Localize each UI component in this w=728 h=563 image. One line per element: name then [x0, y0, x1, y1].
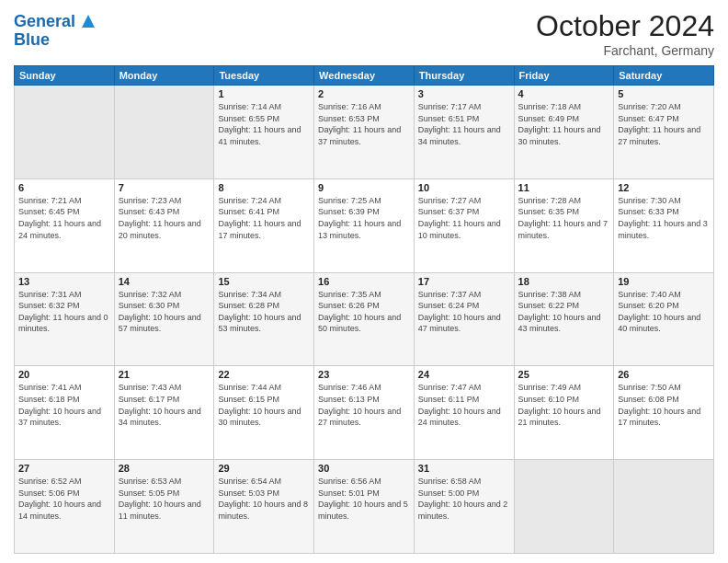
- header: General Blue October 2024 Farchant, Germ…: [14, 9, 714, 58]
- day-info: Sunrise: 7:30 AM Sunset: 6:33 PM Dayligh…: [618, 195, 710, 241]
- day-info: Sunrise: 7:31 AM Sunset: 6:32 PM Dayligh…: [18, 289, 110, 335]
- day-number: 12: [618, 182, 710, 193]
- logo-text: General: [14, 13, 75, 31]
- svg-marker-0: [82, 15, 95, 28]
- day-number: 30: [318, 463, 410, 474]
- calendar-cell: 16Sunrise: 7:35 AM Sunset: 6:26 PM Dayli…: [314, 272, 415, 366]
- weekday-header-thursday: Thursday: [414, 66, 514, 86]
- day-info: Sunrise: 6:58 AM Sunset: 5:00 PM Dayligh…: [418, 476, 510, 522]
- day-number: 27: [18, 463, 110, 474]
- day-info: Sunrise: 7:24 AM Sunset: 6:41 PM Dayligh…: [218, 195, 310, 241]
- calendar-cell: 23Sunrise: 7:46 AM Sunset: 6:13 PM Dayli…: [314, 366, 415, 460]
- day-number: 9: [318, 182, 410, 193]
- day-number: 14: [119, 276, 210, 287]
- week-row-1: 1Sunrise: 7:14 AM Sunset: 6:55 PM Daylig…: [15, 86, 714, 179]
- weekday-header-friday: Friday: [514, 66, 614, 86]
- day-info: Sunrise: 6:56 AM Sunset: 5:01 PM Dayligh…: [318, 476, 410, 522]
- calendar-cell: 15Sunrise: 7:34 AM Sunset: 6:28 PM Dayli…: [214, 272, 314, 366]
- day-info: Sunrise: 6:54 AM Sunset: 5:03 PM Dayligh…: [218, 476, 310, 522]
- calendar-cell: 17Sunrise: 7:37 AM Sunset: 6:24 PM Dayli…: [414, 272, 514, 366]
- day-number: 31: [418, 463, 510, 474]
- calendar-cell: 8Sunrise: 7:24 AM Sunset: 6:41 PM Daylig…: [214, 178, 314, 272]
- day-number: 11: [518, 182, 610, 193]
- calendar-cell: 12Sunrise: 7:30 AM Sunset: 6:33 PM Dayli…: [614, 178, 714, 272]
- day-info: Sunrise: 7:43 AM Sunset: 6:17 PM Dayligh…: [119, 382, 210, 428]
- weekday-header-sunday: Sunday: [15, 66, 115, 86]
- day-number: 8: [218, 182, 310, 193]
- week-row-5: 27Sunrise: 6:52 AM Sunset: 5:06 PM Dayli…: [15, 460, 714, 554]
- calendar-cell: 30Sunrise: 6:56 AM Sunset: 5:01 PM Dayli…: [314, 460, 415, 554]
- calendar-cell: 5Sunrise: 7:20 AM Sunset: 6:47 PM Daylig…: [614, 86, 714, 179]
- day-info: Sunrise: 7:18 AM Sunset: 6:49 PM Dayligh…: [518, 101, 610, 147]
- location: Farchant, Germany: [536, 43, 714, 58]
- day-number: 25: [518, 369, 610, 380]
- day-number: 7: [119, 182, 210, 193]
- calendar-cell: 25Sunrise: 7:49 AM Sunset: 6:10 PM Dayli…: [514, 366, 614, 460]
- day-number: 29: [218, 463, 310, 474]
- day-number: 17: [418, 276, 510, 287]
- day-number: 22: [218, 369, 310, 380]
- day-number: 18: [518, 276, 610, 287]
- weekday-header-tuesday: Tuesday: [214, 66, 314, 86]
- day-info: Sunrise: 7:38 AM Sunset: 6:22 PM Dayligh…: [518, 289, 610, 335]
- logo: General Blue: [14, 9, 98, 50]
- calendar-cell: 18Sunrise: 7:38 AM Sunset: 6:22 PM Dayli…: [514, 272, 614, 366]
- day-number: 1: [218, 88, 310, 99]
- calendar-cell: 11Sunrise: 7:28 AM Sunset: 6:35 PM Dayli…: [514, 178, 614, 272]
- calendar-cell: 1Sunrise: 7:14 AM Sunset: 6:55 PM Daylig…: [214, 86, 314, 179]
- day-number: 6: [18, 182, 110, 193]
- calendar-cell: 4Sunrise: 7:18 AM Sunset: 6:49 PM Daylig…: [514, 86, 614, 179]
- calendar-cell: [15, 86, 115, 179]
- day-number: 21: [119, 369, 210, 380]
- calendar-cell: 3Sunrise: 7:17 AM Sunset: 6:51 PM Daylig…: [414, 86, 514, 179]
- calendar-cell: 19Sunrise: 7:40 AM Sunset: 6:20 PM Dayli…: [614, 272, 714, 366]
- day-info: Sunrise: 7:21 AM Sunset: 6:45 PM Dayligh…: [18, 195, 110, 241]
- weekday-header-saturday: Saturday: [614, 66, 714, 86]
- day-info: Sunrise: 7:44 AM Sunset: 6:15 PM Dayligh…: [218, 382, 310, 428]
- calendar-cell: 21Sunrise: 7:43 AM Sunset: 6:17 PM Dayli…: [114, 366, 214, 460]
- day-number: 13: [18, 276, 110, 287]
- calendar-cell: 29Sunrise: 6:54 AM Sunset: 5:03 PM Dayli…: [214, 460, 314, 554]
- day-number: 16: [318, 276, 410, 287]
- day-info: Sunrise: 6:53 AM Sunset: 5:05 PM Dayligh…: [119, 476, 210, 522]
- logo-blue-text: Blue: [14, 31, 50, 50]
- month-title: October 2024: [536, 9, 714, 43]
- day-number: 23: [318, 369, 410, 380]
- calendar-cell: [114, 86, 214, 179]
- day-number: 24: [418, 369, 510, 380]
- day-info: Sunrise: 7:50 AM Sunset: 6:08 PM Dayligh…: [618, 382, 710, 428]
- day-number: 19: [618, 276, 710, 287]
- week-row-4: 20Sunrise: 7:41 AM Sunset: 6:18 PM Dayli…: [15, 366, 714, 460]
- weekday-header-row: SundayMondayTuesdayWednesdayThursdayFrid…: [15, 66, 714, 86]
- day-info: Sunrise: 7:27 AM Sunset: 6:37 PM Dayligh…: [418, 195, 510, 241]
- day-info: Sunrise: 7:16 AM Sunset: 6:53 PM Dayligh…: [318, 101, 410, 147]
- calendar-cell: 10Sunrise: 7:27 AM Sunset: 6:37 PM Dayli…: [414, 178, 514, 272]
- day-number: 5: [618, 88, 710, 99]
- week-row-2: 6Sunrise: 7:21 AM Sunset: 6:45 PM Daylig…: [15, 178, 714, 272]
- day-number: 4: [518, 88, 610, 99]
- day-info: Sunrise: 7:14 AM Sunset: 6:55 PM Dayligh…: [218, 101, 310, 147]
- weekday-header-monday: Monday: [114, 66, 214, 86]
- day-number: 15: [218, 276, 310, 287]
- calendar-cell: 26Sunrise: 7:50 AM Sunset: 6:08 PM Dayli…: [614, 366, 714, 460]
- day-info: Sunrise: 7:47 AM Sunset: 6:11 PM Dayligh…: [418, 382, 510, 428]
- calendar-cell: [514, 460, 614, 554]
- day-number: 3: [418, 88, 510, 99]
- day-number: 26: [618, 369, 710, 380]
- day-info: Sunrise: 7:34 AM Sunset: 6:28 PM Dayligh…: [218, 289, 310, 335]
- day-number: 28: [119, 463, 210, 474]
- day-info: Sunrise: 7:25 AM Sunset: 6:39 PM Dayligh…: [318, 195, 410, 241]
- logo-icon: [78, 11, 98, 31]
- day-info: Sunrise: 7:41 AM Sunset: 6:18 PM Dayligh…: [18, 382, 110, 428]
- day-info: Sunrise: 7:35 AM Sunset: 6:26 PM Dayligh…: [318, 289, 410, 335]
- day-number: 2: [318, 88, 410, 99]
- weekday-header-wednesday: Wednesday: [314, 66, 415, 86]
- day-info: Sunrise: 7:23 AM Sunset: 6:43 PM Dayligh…: [119, 195, 210, 241]
- calendar-cell: 27Sunrise: 6:52 AM Sunset: 5:06 PM Dayli…: [15, 460, 115, 554]
- calendar-cell: 13Sunrise: 7:31 AM Sunset: 6:32 PM Dayli…: [15, 272, 115, 366]
- calendar-table: SundayMondayTuesdayWednesdayThursdayFrid…: [14, 65, 714, 554]
- day-info: Sunrise: 6:52 AM Sunset: 5:06 PM Dayligh…: [18, 476, 110, 522]
- page: General Blue October 2024 Farchant, Germ…: [0, 0, 728, 563]
- calendar-cell: [614, 460, 714, 554]
- calendar-cell: 9Sunrise: 7:25 AM Sunset: 6:39 PM Daylig…: [314, 178, 415, 272]
